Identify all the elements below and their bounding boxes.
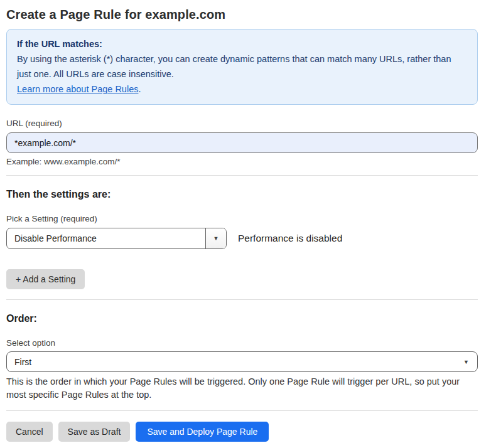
divider [6,410,478,411]
divider [6,175,478,176]
chevron-down-icon[interactable]: ▼ [205,228,226,248]
setting-dropdown[interactable]: Disable Performance ▼ [6,228,227,249]
setting-dropdown-value: Disable Performance [7,228,205,248]
settings-section-heading: Then the settings are: [6,189,478,200]
setting-row: Disable Performance ▼ Performance is dis… [6,228,478,249]
order-select[interactable]: First ▼ [6,351,478,372]
setting-status-text: Performance is disabled [238,233,342,244]
create-page-rule-panel: Create a Page Rule for example.com If th… [0,0,496,448]
cancel-button[interactable]: Cancel [6,422,53,442]
order-select-label: Select option [6,338,478,348]
url-field-label: URL (required) [6,119,478,128]
footer-actions: Cancel Save as Draft Save and Deploy Pag… [6,422,478,442]
pick-setting-label: Pick a Setting (required) [6,214,478,223]
learn-more-link[interactable]: Learn more about Page Rules [17,84,138,94]
page-title: Create a Page Rule for example.com [6,8,478,22]
chevron-down-icon: ▼ [463,359,469,365]
add-setting-button[interactable]: + Add a Setting [6,269,85,289]
url-match-info-box: If the URL matches: By using the asteris… [6,29,478,105]
order-section-heading: Order: [6,313,478,324]
save-and-deploy-button[interactable]: Save and Deploy Page Rule [136,422,269,442]
url-input[interactable] [6,132,478,153]
info-box-body: By using the asterisk (*) character, you… [17,51,467,82]
info-box-heading: If the URL matches: [17,36,467,51]
url-example-helper: Example: www.example.com/* [6,157,478,166]
save-as-draft-button[interactable]: Save as Draft [58,422,131,442]
divider [6,299,478,300]
order-select-value: First [14,357,31,367]
order-helper-text: This is the order in which your Page Rul… [6,375,474,402]
link-suffix: . [138,84,141,94]
info-box-link-line: Learn more about Page Rules. [17,82,467,97]
